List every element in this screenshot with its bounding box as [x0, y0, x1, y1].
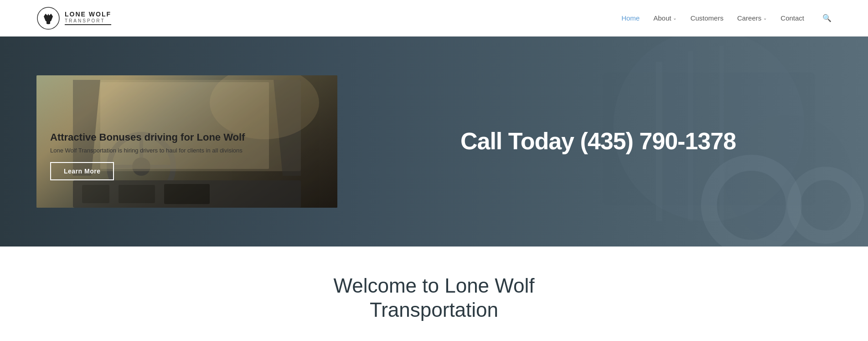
hero-cta: Call Today (435) 790-1378 — [365, 128, 832, 154]
hero-image-text: Attractive Bonuses driving for Lone Wolf… — [50, 131, 324, 180]
welcome-section: Welcome to Lone Wolf Transportation — [0, 247, 868, 341]
call-today-text: Call Today (435) 790-1378 — [365, 128, 832, 154]
learn-more-button[interactable]: Learn More — [50, 162, 114, 180]
nav-home[interactable]: Home — [621, 14, 640, 22]
nav-careers-link[interactable]: Careers — [737, 14, 761, 22]
svg-rect-17 — [164, 184, 210, 204]
nav-about[interactable]: About ⌄ — [653, 14, 677, 22]
welcome-title: Welcome to Lone Wolf Transportation — [36, 274, 832, 322]
svg-rect-15 — [82, 185, 109, 203]
logo[interactable]: LONE WOLF TRANSPORT — [36, 6, 111, 30]
nav-customers[interactable]: Customers — [690, 14, 723, 22]
logo-icon — [36, 6, 60, 30]
main-nav: Home About ⌄ Customers Careers ⌄ Contact… — [621, 14, 832, 22]
hero-slide-subtitle: Lone Wolf Transportation is hiring drive… — [50, 147, 324, 154]
search-icon[interactable]: 🔍 — [822, 14, 832, 22]
logo-text: LONE WOLF TRANSPORT — [65, 11, 111, 25]
hero-content: Attractive Bonuses driving for Lone Wolf… — [0, 75, 868, 208]
site-header: LONE WOLF TRANSPORT Home About ⌄ Custome… — [0, 0, 868, 37]
about-chevron-icon: ⌄ — [673, 16, 677, 21]
nav-contact[interactable]: Contact — [780, 14, 804, 22]
svg-rect-16 — [119, 185, 155, 203]
nav-careers[interactable]: Careers ⌄ — [737, 14, 767, 22]
hero-section: Attractive Bonuses driving for Lone Wolf… — [0, 37, 868, 247]
nav-about-link[interactable]: About — [653, 14, 671, 22]
hero-image-card: Attractive Bonuses driving for Lone Wolf… — [36, 75, 337, 208]
hero-slide-title: Attractive Bonuses driving for Lone Wolf — [50, 131, 324, 143]
careers-chevron-icon: ⌄ — [763, 16, 767, 21]
